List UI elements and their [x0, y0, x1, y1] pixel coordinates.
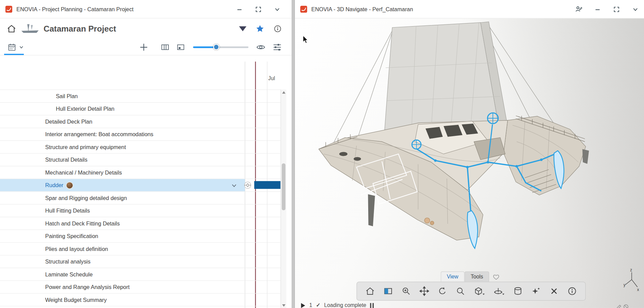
task-label: Mechanical / Machinery Details	[45, 169, 122, 176]
section-view-button[interactable]	[383, 286, 393, 296]
task-label: Painting Specification	[45, 233, 98, 239]
zoom-slider-fill	[193, 47, 213, 48]
task-row[interactable]: Rudder	[0, 179, 281, 192]
task-row[interactable]: Power and Range Analysis Report	[0, 281, 281, 293]
pan-button[interactable]	[419, 286, 429, 296]
catamaran-model	[295, 18, 644, 308]
splitter-handle-icon[interactable]	[244, 181, 251, 189]
window-menu-chevron-icon[interactable]	[632, 5, 639, 13]
zoom-in-button[interactable]	[401, 286, 411, 296]
project-thumbnail	[19, 23, 41, 35]
rudder-gantt-bar[interactable]	[254, 181, 280, 189]
run-icon	[301, 303, 306, 308]
tab-view[interactable]: View	[441, 271, 464, 282]
task-row[interactable]: Laminate Schedule	[0, 268, 281, 281]
task-label: Sail Plan	[56, 93, 77, 99]
status-counter: 1	[309, 302, 312, 308]
tab-tools[interactable]: Tools	[465, 271, 489, 282]
svg-text:y: y	[624, 283, 626, 287]
turntable-button[interactable]	[493, 286, 505, 296]
active-view-underline	[4, 54, 24, 55]
desktop: ENOVIA - Project Planning - Catamaran Pr…	[0, 0, 644, 308]
close-button[interactable]	[549, 286, 559, 296]
mouse-cursor	[303, 36, 308, 44]
task-label: Hull Exterior Detail Plan	[56, 106, 114, 112]
viewer-toolbar	[357, 282, 586, 301]
viewer-tabs: View Tools	[441, 271, 500, 282]
right-titlebar: ENOVIA - 3D Navigate - Perf_Catamaran	[295, 0, 644, 18]
home-view-button[interactable]	[365, 286, 375, 296]
user-edit-icon[interactable]	[575, 5, 583, 13]
project-dropdown-icon[interactable]	[239, 26, 247, 31]
annotation-icons	[616, 303, 630, 308]
visibility-button[interactable]	[256, 42, 266, 52]
task-label: Structural Details	[45, 157, 87, 163]
zoom-slider-thumb[interactable]	[213, 44, 219, 50]
svg-text:z: z	[630, 268, 632, 273]
minimize-button[interactable]	[236, 5, 243, 13]
add-task-button[interactable]	[139, 42, 149, 52]
maximize-button[interactable]	[255, 5, 262, 13]
info-button[interactable]	[567, 286, 577, 296]
task-label: Laminate Schedule	[45, 271, 93, 277]
fit-view-button[interactable]	[176, 43, 185, 51]
favorite-heart-icon[interactable]	[493, 273, 500, 280]
task-row[interactable]: Structural Details	[0, 153, 281, 166]
3d-viewport[interactable]: View Tools	[295, 18, 644, 308]
task-label: Spar and Rigging detailed design	[45, 195, 127, 201]
home-icon[interactable]	[6, 24, 16, 34]
task-row[interactable]: Structural analysis	[0, 255, 281, 268]
3ds-logo-icon	[300, 5, 307, 13]
task-label: Power and Range Analysis Report	[45, 284, 130, 290]
task-label: Weight Budget Summary	[45, 297, 107, 303]
materials-button[interactable]	[513, 286, 523, 296]
task-label: Structure and primary equipment	[45, 144, 126, 150]
task-label: Hull Fitting Details	[45, 207, 90, 214]
month-label: Jul	[268, 75, 275, 81]
task-label: Interior arrangement: Boat accommodation…	[45, 131, 153, 137]
3d-navigate-window: ENOVIA - 3D Navigate - Perf_Catamaran	[294, 0, 644, 308]
left-titlebar: ENOVIA - Project Planning - Catamaran Pr…	[0, 0, 292, 18]
info-icon[interactable]	[273, 25, 282, 33]
gantt-area: Jul Sail Plan Hull Exterior Detail Plan …	[0, 55, 292, 308]
favorite-star-icon[interactable]	[255, 24, 265, 33]
task-label: Rudder	[45, 182, 64, 188]
maximize-button[interactable]	[613, 5, 620, 13]
task-row[interactable]: Weight Budget Summary	[0, 294, 281, 306]
task-row[interactable]: Detailed Deck Plan	[0, 115, 281, 128]
window-title: ENOVIA - Project Planning - Catamaran Pr…	[16, 6, 133, 12]
svg-text:x: x	[637, 287, 639, 292]
calendar-dropdown-icon[interactable]	[19, 45, 24, 50]
scroll-up-icon[interactable]	[282, 91, 286, 93]
iso-view-button[interactable]	[473, 286, 485, 296]
window-menu-chevron-icon[interactable]	[273, 5, 281, 13]
minimize-button[interactable]	[594, 5, 602, 13]
effects-button[interactable]	[531, 286, 541, 296]
pause-icon[interactable]	[370, 303, 374, 308]
vertical-scrollbar[interactable]	[281, 90, 286, 308]
task-row[interactable]: Hull Exterior Detail Plan	[0, 103, 281, 115]
project-header: Catamaran Project	[0, 18, 292, 39]
zoom-slider[interactable]	[193, 44, 248, 50]
task-row[interactable]: Structure and primary equipment	[0, 141, 281, 153]
calendar-view-button[interactable]	[7, 43, 17, 52]
project-planning-window: ENOVIA - Project Planning - Catamaran Pr…	[0, 0, 292, 308]
task-row[interactable]: Painting Specification	[0, 230, 281, 242]
window-title: ENOVIA - 3D Navigate - Perf_Catamaran	[311, 6, 413, 12]
filter-settings-button[interactable]	[272, 42, 282, 52]
task-row[interactable]: Hatch and Deck Fitting Details	[0, 217, 281, 230]
task-rows: Sail Plan Hull Exterior Detail Plan Deta…	[0, 90, 281, 306]
columns-button[interactable]	[161, 43, 170, 51]
task-row[interactable]: Spar and Rigging detailed design	[0, 192, 281, 204]
rotate-button[interactable]	[437, 286, 447, 296]
scrollbar-thumb[interactable]	[282, 163, 286, 210]
task-row[interactable]: Mechanical / Machinery Details	[0, 166, 281, 179]
scroll-down-icon[interactable]	[282, 304, 286, 307]
row-expand-icon[interactable]	[231, 183, 237, 188]
task-row[interactable]: Interior arrangement: Boat accommodation…	[0, 128, 281, 141]
task-row[interactable]: Hull Fitting Details	[0, 204, 281, 217]
search-button[interactable]	[455, 286, 465, 296]
task-row[interactable]: Sail Plan	[0, 90, 281, 103]
assignee-avatar	[66, 182, 73, 189]
task-row[interactable]: Plies and layout definition	[0, 243, 281, 255]
